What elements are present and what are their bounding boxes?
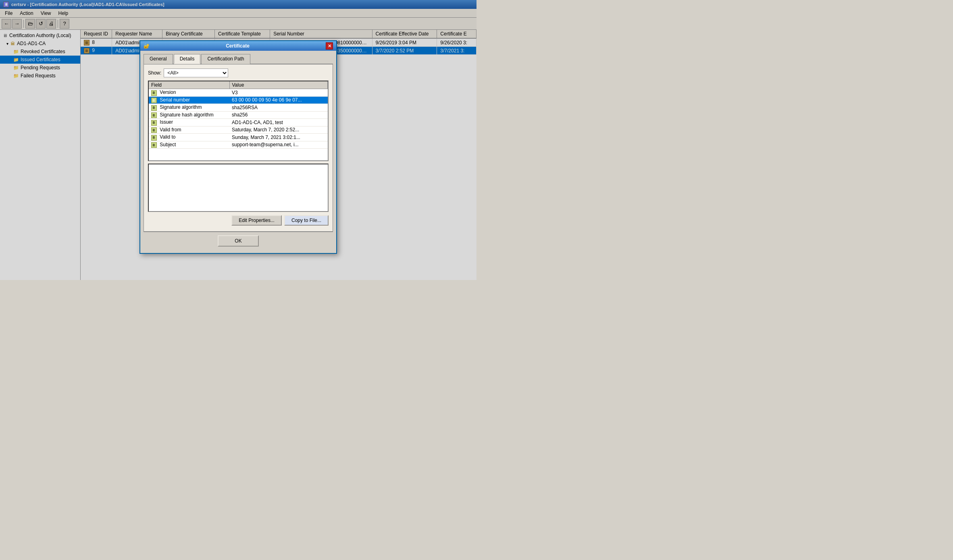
cert-dialog-body: General Details Certification Path Show:… — [140, 51, 336, 253]
field-cell-subject: 🗎 Subject — [149, 141, 229, 149]
col-field: Field — [149, 81, 229, 89]
field-row[interactable]: 🗎 Subject support-team@superna.net, i... — [149, 141, 328, 149]
value-cell-version: V3 — [229, 89, 328, 97]
field-icon-version: 🗎 — [151, 90, 157, 96]
modal-overlay: 🔐 Certificate ✕ General Details Certific… — [0, 0, 476, 280]
field-cell-valid-to: 🗎 Valid to — [149, 134, 229, 141]
field-cell-version: 🗎 Version — [149, 89, 229, 97]
show-select[interactable]: <All> Version 1 Fields Only Extensions O… — [164, 68, 228, 77]
field-cell-sig-alg: 🗎 Signature algorithm — [149, 104, 229, 112]
fields-container: Field Value 🗎 Version V3 — [148, 81, 329, 161]
value-cell-issuer: AD1-AD1-CA, AD1, test — [229, 119, 328, 127]
field-icon-subject: 🗎 — [151, 142, 157, 148]
cert-dialog: 🔐 Certificate ✕ General Details Certific… — [139, 40, 337, 254]
cert-dialog-title-icon: 🔐 — [144, 43, 150, 49]
field-cell-serial: 🗎 Serial number — [149, 96, 229, 104]
fields-table: Field Value 🗎 Version V3 — [149, 81, 328, 149]
field-row[interactable]: 🗎 Valid to Sunday, March 7, 2021 3:02:1.… — [149, 134, 328, 141]
ok-button[interactable]: OK — [218, 235, 258, 247]
field-row[interactable]: 🗎 Signature hash algorithm sha256 — [149, 111, 328, 119]
field-cell-hash-alg: 🗎 Signature hash algorithm — [149, 111, 229, 119]
field-cell-issuer: 🗎 Issuer — [149, 119, 229, 127]
tab-cert-path[interactable]: Certification Path — [201, 54, 250, 64]
value-display-area — [148, 164, 329, 212]
value-cell-sig-alg: sha256RSA — [229, 104, 328, 112]
col-value: Value — [229, 81, 328, 89]
value-cell-subject: support-team@superna.net, i... — [229, 141, 328, 149]
tab-general[interactable]: General — [144, 54, 173, 64]
edit-properties-button[interactable]: Edit Properties... — [231, 215, 282, 226]
value-cell-serial: 63 00 00 00 09 50 4e 06 9e 07... — [229, 96, 328, 104]
field-row[interactable]: 🗎 Version V3 — [149, 89, 328, 97]
tab-details[interactable]: Details — [174, 54, 201, 64]
field-icon-sig-alg: 🗎 — [151, 105, 157, 111]
tab-content-details: Show: <All> Version 1 Fields Only Extens… — [144, 64, 333, 232]
field-icon-valid-from: 🗎 — [151, 127, 157, 133]
cert-dialog-close-button[interactable]: ✕ — [326, 42, 333, 50]
field-icon-serial: 🗎 — [151, 97, 157, 103]
buttons-row: Edit Properties... Copy to File... — [148, 215, 329, 226]
field-row[interactable]: 🗎 Signature algorithm sha256RSA — [149, 104, 328, 112]
field-row[interactable]: 🗎 Serial number 63 00 00 00 09 50 4e 06 … — [149, 96, 328, 104]
field-icon-issuer: 🗎 — [151, 120, 157, 126]
value-cell-hash-alg: sha256 — [229, 111, 328, 119]
ok-row: OK — [144, 232, 333, 250]
field-icon-hash-alg: 🗎 — [151, 112, 157, 118]
field-row[interactable]: 🗎 Valid from Saturday, March 7, 2020 2:5… — [149, 126, 328, 134]
copy-to-file-button[interactable]: Copy to File... — [284, 215, 329, 226]
field-icon-valid-to: 🗎 — [151, 135, 157, 141]
cert-dialog-titlebar: 🔐 Certificate ✕ — [140, 41, 336, 51]
field-cell-valid-from: 🗎 Valid from — [149, 126, 229, 134]
field-row[interactable]: 🗎 Issuer AD1-AD1-CA, AD1, test — [149, 119, 328, 127]
value-cell-valid-from: Saturday, March 7, 2020 2:52... — [229, 126, 328, 134]
cert-dialog-title: Certificate — [226, 43, 250, 49]
tabs-bar: General Details Certification Path — [144, 54, 333, 64]
value-cell-valid-to: Sunday, March 7, 2021 3:02:1... — [229, 134, 328, 141]
show-row: Show: <All> Version 1 Fields Only Extens… — [148, 68, 329, 77]
show-label: Show: — [148, 70, 161, 76]
